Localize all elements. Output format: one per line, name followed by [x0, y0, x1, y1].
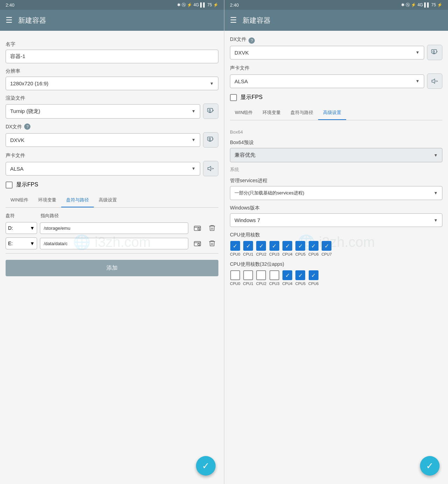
dx-label-left: DX文件: [6, 124, 22, 130]
drive-delete-1[interactable]: [206, 237, 218, 250]
box64-preset-arrow-icon: ▼: [434, 153, 438, 158]
audio-arrow-icon-right: ▼: [415, 79, 420, 84]
cpu32-checkbox-3[interactable]: [270, 270, 279, 280]
windows-version-select[interactable]: Windows 7 ▼: [230, 213, 442, 227]
right-menu-icon[interactable]: ☰: [230, 16, 237, 25]
audio-settings-button-left[interactable]: [203, 161, 218, 176]
left-menu-icon[interactable]: ☰: [6, 16, 13, 25]
left-fab[interactable]: ✓: [196, 456, 216, 476]
render-arrow-icon: ▼: [191, 109, 196, 114]
cpu-checkbox-1[interactable]: ✓: [243, 241, 253, 251]
dx-label-right: DX文件: [230, 36, 246, 43]
dx-row-right: DXVK ▼: [230, 45, 442, 60]
svg-marker-18: [432, 79, 435, 84]
drive-browse-1[interactable]: [191, 237, 204, 250]
dx-settings-button-left[interactable]: [203, 132, 218, 148]
tab-win-left[interactable]: WIN组件: [6, 193, 33, 207]
cpu32-item-2: CPU2: [256, 270, 266, 286]
add-drive-button[interactable]: 添加: [6, 260, 218, 276]
cpu-checkbox-7[interactable]: ✓: [322, 241, 331, 251]
cpu32-label-4: CPU4: [282, 282, 292, 286]
right-status-icons: ✱ Ⓝ ⚡ 4G ▌▌ 75 ⚡: [401, 2, 442, 8]
cpu32-label-2: CPU2: [256, 282, 266, 286]
cpu32-checkbox-5[interactable]: ✓: [295, 270, 305, 280]
tab-win-right[interactable]: WIN组件: [230, 106, 258, 120]
cpu-checkbox-4[interactable]: ✓: [282, 241, 292, 251]
resolution-select[interactable]: 1280x720 (16:9) ▼: [6, 77, 218, 90]
advanced-tab-content: Box64 Box64预设 兼容优先 ▼ 系统 管理services进程 一部分…: [230, 120, 442, 291]
audio-settings-button-right[interactable]: [427, 73, 442, 89]
audio-select-right[interactable]: ALSA ▼: [230, 74, 424, 88]
audio-arrow-icon-left: ▼: [191, 166, 196, 171]
drive-letter-select-0[interactable]: D: ▼: [6, 222, 37, 234]
left-toolbar-title: 新建容器: [18, 16, 46, 25]
services-label: 管理services进程: [230, 178, 442, 184]
right-toolbar-title: 新建容器: [243, 16, 271, 25]
cpu-checkbox-3[interactable]: ✓: [270, 241, 279, 251]
cpu32-checkbox-2[interactable]: [256, 270, 266, 280]
cpu32-label-6: CPU6: [308, 282, 318, 286]
left-fab-icon: ✓: [202, 461, 210, 471]
drive-letter-select-1[interactable]: E: ▼: [6, 237, 37, 249]
cpu-item-1: ✓ CPU1: [243, 241, 253, 256]
cpu32-checkbox-6[interactable]: ✓: [309, 270, 318, 280]
box64-preset-select[interactable]: 兼容优先 ▼: [230, 148, 442, 162]
cpu32-checkbox-4[interactable]: ✓: [282, 270, 292, 280]
tab-env-left[interactable]: 环境变量: [33, 193, 61, 207]
svg-rect-1: [209, 112, 211, 113]
right-status-bar: 2:40 ✱ Ⓝ ⚡ 4G ▌▌ 75 ⚡: [224, 0, 448, 10]
box64-preset-value: 兼容优先: [234, 152, 255, 158]
svg-marker-8: [208, 166, 211, 171]
tab-advanced-left[interactable]: 高级设置: [94, 193, 122, 207]
fps-checkbox-left[interactable]: [6, 182, 13, 188]
dx-settings-button-right[interactable]: [427, 45, 442, 60]
tab-env-right[interactable]: 环境变量: [258, 106, 286, 120]
fps-checkbox-right[interactable]: [230, 94, 237, 101]
dx-arrow-icon-right: ▼: [415, 50, 420, 55]
drive-browse-0[interactable]: [191, 222, 204, 234]
cpu-item-5: ✓ CPU5: [295, 241, 306, 256]
cpu-checkbox-0[interactable]: ✓: [230, 241, 240, 251]
drive-letter-arrow-1: ▼: [30, 241, 35, 246]
svg-point-6: [209, 138, 211, 140]
render-select[interactable]: Turnip (骁龙) ▼: [6, 104, 200, 119]
name-input[interactable]: [6, 50, 218, 63]
tab-drives-left[interactable]: 盘符与路径: [61, 193, 94, 207]
cpu-cores-32-grid: CPU0 CPU1 CPU2 CPU3 ✓ CPU4: [230, 270, 442, 286]
svg-point-19: [437, 81, 438, 82]
cpu-item-0: ✓ CPU0: [230, 241, 240, 256]
tab-drives-right[interactable]: 盘符与路径: [286, 106, 318, 120]
browse-icon-0: [194, 224, 201, 232]
services-arrow-icon: ▼: [434, 191, 438, 195]
audio-select-left[interactable]: ALSA ▼: [6, 162, 200, 176]
drive-delete-0[interactable]: [206, 222, 218, 234]
svg-point-16: [433, 51, 435, 52]
cpu32-item-5: ✓ CPU5: [295, 270, 306, 286]
cpu-label-5: CPU5: [295, 252, 306, 256]
cpu-checkbox-5[interactable]: ✓: [295, 241, 305, 251]
left-time: 2:40: [6, 2, 14, 8]
services-select[interactable]: 一部分(只加载基础的services进程) ▼: [230, 186, 442, 200]
box64-group-label: Box64: [230, 129, 442, 135]
cpu32-checkbox-1[interactable]: [243, 270, 253, 280]
render-row: Turnip (骁龙) ▼: [6, 104, 218, 119]
dx-help-icon-left[interactable]: ?: [24, 123, 30, 130]
windows-version-label: Windows版本: [230, 205, 442, 211]
render-settings-button[interactable]: [203, 104, 218, 119]
cpu-checkbox-6[interactable]: ✓: [309, 241, 318, 251]
dx-select-left[interactable]: DXVK ▼: [6, 133, 200, 147]
drive-path-1[interactable]: /data/data/c: [40, 238, 188, 249]
cpu-item-7: ✓ CPU7: [321, 241, 331, 256]
tabs-left: WIN组件 环境变量 盘符与路径 高级设置: [6, 193, 218, 208]
drive-row-1: E: ▼ /data/data/c: [6, 237, 218, 250]
tab-advanced-right[interactable]: 高级设置: [318, 106, 346, 120]
right-fab[interactable]: ✓: [420, 456, 440, 476]
dx-help-icon-right[interactable]: ?: [248, 37, 255, 44]
cpu32-checkbox-0[interactable]: [230, 270, 240, 280]
cpu-cores-grid: ✓ CPU0 ✓ CPU1 ✓ CPU2 ✓ CPU3 ✓ CPU4: [230, 241, 442, 256]
drive-path-0[interactable]: /storage/emu: [40, 222, 188, 234]
dx-select-right[interactable]: DXVK ▼: [230, 46, 424, 59]
cpu-checkbox-2[interactable]: ✓: [256, 241, 266, 251]
drive-col-path-header: 指向路径: [41, 213, 218, 219]
svg-rect-15: [433, 54, 435, 54]
